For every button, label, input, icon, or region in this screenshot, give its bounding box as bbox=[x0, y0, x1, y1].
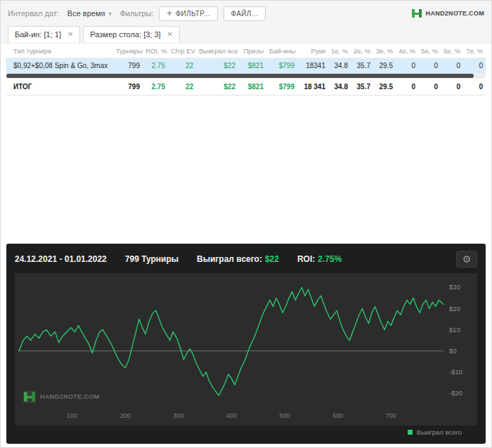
y-axis-label: $0 bbox=[449, 347, 457, 355]
table-cell: 35.7 bbox=[351, 83, 373, 91]
table-total-row: ИТОГ7992.7522$22$821$79918 34134.835.729… bbox=[6, 79, 486, 95]
add-filter-button[interactable]: + ФИЛЬТР... bbox=[159, 6, 217, 21]
table-cell: $821 bbox=[238, 83, 266, 91]
chart-won-total: Выиграл всего:$22 bbox=[197, 254, 279, 264]
top-zone: Интервал дат: Все время ▾ Фильтры: + ФИЛ… bbox=[1, 1, 491, 44]
column-header[interactable]: Выиграл всего bbox=[196, 47, 238, 55]
app-window: Интервал дат: Все время ▾ Фильтры: + ФИЛ… bbox=[0, 0, 492, 448]
table-cell: 799 bbox=[113, 83, 143, 91]
table-header-row: Тип турнираТурнирыROI, %Chip EVВыиграл в… bbox=[6, 44, 486, 58]
x-axis-label: 200 bbox=[120, 412, 131, 419]
table-cell: 0 bbox=[396, 62, 418, 70]
won-value: $22 bbox=[265, 254, 279, 264]
x-axis-label: 700 bbox=[386, 412, 396, 419]
x-axis-label: 500 bbox=[280, 412, 290, 419]
chart-settings-button[interactable]: ⚙ bbox=[456, 251, 477, 268]
file-button[interactable]: ФАЙЛ... bbox=[224, 6, 266, 21]
table-cell: 35.7 bbox=[351, 62, 373, 70]
table-cell: 34.8 bbox=[328, 62, 351, 70]
toolbar: Интервал дат: Все время ▾ Фильтры: + ФИЛ… bbox=[8, 4, 484, 22]
x-axis-label: 100 bbox=[67, 412, 77, 419]
brand-logo: HAND2NOTE.COM bbox=[411, 8, 484, 19]
table-cell: 0 bbox=[418, 83, 441, 91]
column-header[interactable]: 7е, % bbox=[463, 47, 486, 55]
column-header[interactable]: Бай-ины bbox=[266, 47, 297, 55]
chart-date-range: 24.12.2021 - 01.01.2022 bbox=[15, 254, 107, 264]
y-axis-label: $10 bbox=[449, 326, 460, 334]
table-cell: 2.75 bbox=[143, 62, 168, 70]
column-header[interactable]: 4е, % bbox=[396, 47, 418, 55]
table-cell: $821 bbox=[238, 62, 266, 70]
table-cell: 18 341 bbox=[297, 83, 328, 91]
column-header[interactable]: 5е, % bbox=[418, 47, 441, 55]
legend-label: Выиграл всего bbox=[417, 428, 462, 436]
date-interval-dropdown[interactable]: Все время ▾ bbox=[65, 8, 115, 19]
chart-tournaments-count: 799 Турниры bbox=[125, 254, 179, 264]
table-cell: $22 bbox=[196, 62, 238, 70]
table-cell: 0 bbox=[418, 62, 441, 70]
filter-chip-table-size[interactable]: Размер стола: [3; 3] ✕ bbox=[83, 26, 180, 43]
table-cell: $22 bbox=[196, 83, 238, 91]
table-cell: 34.8 bbox=[328, 83, 351, 91]
gear-icon: ⚙ bbox=[462, 253, 472, 265]
roi-value: 2.75% bbox=[318, 254, 342, 264]
close-icon[interactable]: ✕ bbox=[167, 31, 173, 38]
tournament-type-cell: $0,92+$0,08 Spin & Go, 3max bbox=[6, 62, 113, 70]
column-header[interactable]: Chip EV bbox=[168, 47, 196, 55]
scrollbar-thumb[interactable] bbox=[6, 74, 474, 78]
chart-line bbox=[19, 287, 444, 395]
chart-roi: ROI:2.75% bbox=[297, 254, 342, 264]
column-header[interactable]: Руки bbox=[297, 47, 328, 55]
close-icon[interactable]: ✕ bbox=[67, 31, 73, 38]
y-axis-label: $30 bbox=[449, 283, 460, 291]
column-header[interactable]: Турниры bbox=[113, 47, 143, 55]
filter-chip-buyin[interactable]: Бай-ин: [1; 1] ✕ bbox=[8, 26, 80, 43]
y-axis-label: $20 bbox=[449, 304, 460, 312]
table-cell: 0 bbox=[463, 83, 486, 91]
x-axis-label: 400 bbox=[226, 412, 237, 419]
table-cell: 22 bbox=[168, 83, 196, 91]
table-cell: 2.75 bbox=[143, 83, 168, 91]
filters-label: Фильтры: bbox=[119, 9, 153, 18]
horizontal-scrollbar[interactable] bbox=[6, 73, 486, 79]
hand2note-icon bbox=[411, 8, 422, 19]
x-axis-label: 300 bbox=[173, 412, 183, 419]
table-cell: 22 bbox=[168, 62, 196, 70]
y-axis-label: -$10 bbox=[449, 368, 462, 376]
table-cell: 29.5 bbox=[373, 62, 396, 70]
table-cell: 0 bbox=[396, 83, 418, 91]
column-header[interactable]: Призы bbox=[238, 47, 266, 55]
table-cell: 18341 bbox=[297, 62, 328, 70]
date-interval-value: Все время bbox=[67, 9, 105, 18]
table-cell: 0 bbox=[441, 83, 463, 91]
column-header[interactable]: ROI, % bbox=[143, 47, 168, 55]
winnings-line-chart: $30$20$10$0-$10-$20100200300400500600700 bbox=[15, 273, 477, 426]
legend-swatch bbox=[408, 430, 413, 435]
table-cell: 799 bbox=[113, 62, 143, 70]
table-body: $0,92+$0,08 Spin & Go, 3max7992.7522$22$… bbox=[6, 58, 486, 73]
table-cell: $799 bbox=[266, 62, 297, 70]
table-cell: 29.5 bbox=[373, 83, 396, 91]
table-cell: 0 bbox=[441, 62, 463, 70]
x-axis-label: 600 bbox=[332, 412, 343, 419]
column-header[interactable]: 2е, % bbox=[351, 47, 373, 55]
y-axis-label: -$20 bbox=[449, 389, 462, 397]
column-header[interactable]: 6е, % bbox=[441, 47, 463, 55]
chart-legend: Выиграл всего bbox=[15, 426, 477, 438]
table-row[interactable]: $0,92+$0,08 Spin & Go, 3max7992.7522$22$… bbox=[6, 58, 486, 73]
chart-plot-area: $30$20$10$0-$10-$20100200300400500600700… bbox=[15, 273, 477, 426]
chevron-down-icon: ▾ bbox=[108, 11, 111, 17]
date-interval-label: Интервал дат: bbox=[8, 9, 59, 18]
plus-icon: + bbox=[167, 10, 171, 17]
report-table: Тип турнираТурнирыROI, %Chip EVВыиграл в… bbox=[6, 44, 486, 95]
table-cell: 0 bbox=[463, 62, 486, 70]
column-header[interactable]: 1е, % bbox=[328, 47, 351, 55]
filter-chips-row: Бай-ин: [1; 1] ✕ Размер стола: [3; 3] ✕ bbox=[8, 22, 484, 43]
column-header[interactable]: Тип турнира bbox=[6, 47, 113, 55]
table-cell: $799 bbox=[266, 83, 297, 91]
column-header[interactable]: 3е, % bbox=[373, 47, 396, 55]
brand-text: HAND2NOTE.COM bbox=[426, 10, 484, 17]
chart-panel: 24.12.2021 - 01.01.2022 799 Турниры Выиг… bbox=[6, 244, 486, 444]
chart-header: 24.12.2021 - 01.01.2022 799 Турниры Выиг… bbox=[15, 250, 477, 268]
tournament-type-cell: ИТОГ bbox=[6, 83, 113, 91]
